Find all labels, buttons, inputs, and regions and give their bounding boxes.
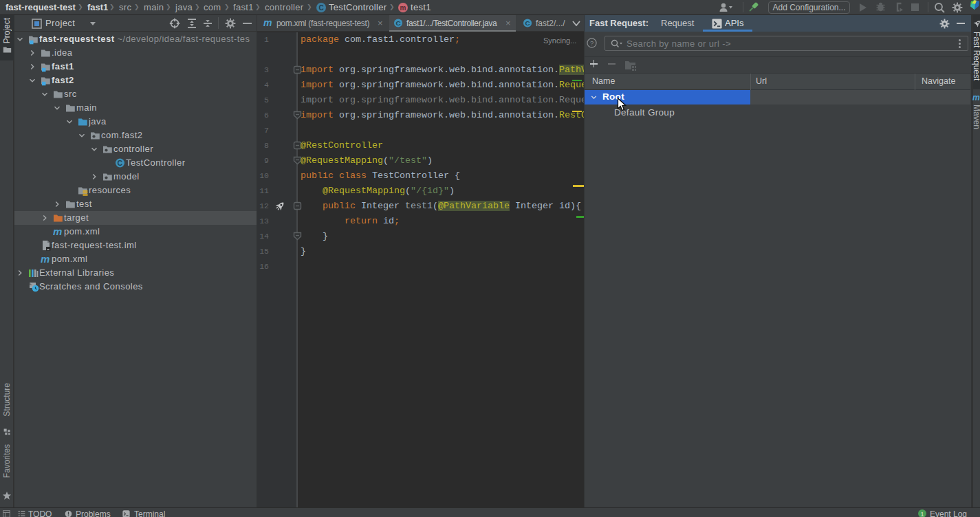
svg-text:C: C <box>525 19 530 27</box>
svg-text:m: m <box>972 93 980 102</box>
svg-text:1: 1 <box>920 511 924 517</box>
svg-text:m: m <box>41 254 50 265</box>
svg-text:?: ? <box>590 40 594 47</box>
svg-text:m: m <box>400 4 406 12</box>
svg-text:C: C <box>318 4 323 12</box>
svg-text:C: C <box>395 19 400 27</box>
svg-text:m: m <box>263 18 272 28</box>
svg-text:C: C <box>117 159 122 167</box>
svg-text:m: m <box>53 226 63 237</box>
